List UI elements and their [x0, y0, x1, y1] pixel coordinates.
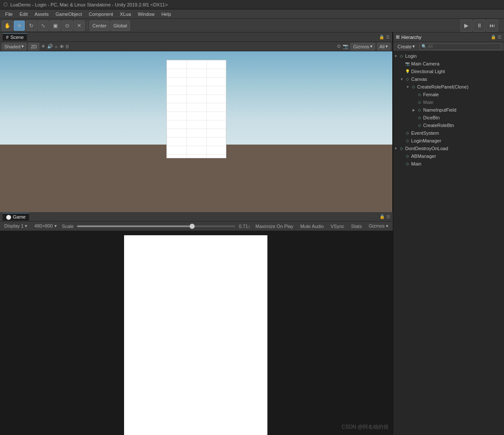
hierarchy-arrow-13	[399, 154, 404, 159]
hierarchy-item-14[interactable]: ◇Main	[393, 160, 504, 168]
hierarchy-item-13[interactable]: ◇ABManager	[393, 152, 504, 160]
menu-item-edit[interactable]: Edit	[16, 11, 31, 18]
game-panel-controls: 🔒 ☰	[379, 214, 390, 219]
hierarchy-item-9[interactable]: ◇CreateRoleBtn	[393, 121, 504, 129]
scene-hidden-icon[interactable]: 👁	[59, 44, 64, 49]
main-layout: # Scene 🔒 ☰ Shaded ▾ 2D ☀ 🔊 ⟐	[0, 33, 504, 435]
play-controls: ▶ ⏸ ⏭	[460, 20, 498, 32]
hierarchy-label-1: Main Camera	[411, 61, 439, 66]
game-tab[interactable]: ⬤ Game	[3, 213, 29, 221]
hierarchy-lock-icon[interactable]: 🔒	[491, 35, 496, 39]
hierarchy-icon-10: ◇	[404, 130, 410, 136]
audio-icon[interactable]: 🔊	[47, 44, 53, 49]
hierarchy-item-8[interactable]: ◇DiceBtn	[393, 114, 504, 121]
gizmos-dropdown[interactable]: Gizmos ▾	[350, 43, 375, 50]
menu-item-help[interactable]: Help	[158, 11, 175, 18]
game-white-panel	[124, 235, 267, 435]
custom-tool-button[interactable]: ✕	[74, 21, 85, 31]
game-gizmos-chevron-icon: ▾	[386, 223, 388, 228]
hierarchy-item-12[interactable]: ▼◇DontDestroyOnLoad	[393, 145, 504, 152]
camera-icon[interactable]: 📷	[343, 44, 349, 49]
hierarchy-icon-2: 💡	[404, 68, 410, 74]
play-button[interactable]: ▶	[460, 20, 472, 32]
scene-tab[interactable]: # Scene	[3, 33, 27, 41]
settings-icon[interactable]: ⚙	[337, 44, 341, 49]
maximize-label[interactable]: Maximize On Play	[254, 223, 295, 229]
hierarchy-item-3[interactable]: ▼◇Canvas	[393, 75, 504, 83]
mute-label[interactable]: Mute Audio	[299, 223, 326, 229]
hierarchy-menu-icon[interactable]: ☰	[498, 35, 501, 39]
hierarchy-arrow-8	[411, 115, 416, 120]
create-chevron-icon: ▾	[412, 44, 415, 49]
scale-tool-button[interactable]: ⤡	[38, 21, 49, 31]
move-tool-button[interactable]: ✛	[14, 21, 25, 31]
hierarchy-label-11: LoginManager	[411, 138, 441, 143]
all-dropdown[interactable]: All ▾	[377, 43, 391, 50]
scene-view[interactable]	[0, 51, 392, 212]
global-toggle[interactable]: Global	[110, 21, 130, 31]
center-toggle[interactable]: Center	[89, 21, 110, 31]
menu-item-window[interactable]: Window	[134, 11, 158, 18]
display-dropdown[interactable]: Display 1 ▾	[3, 223, 29, 229]
resolution-chevron-icon: ▾	[54, 223, 57, 228]
hierarchy-label-2: Directional Light	[411, 69, 445, 74]
display-label: Display 1	[4, 223, 24, 228]
hierarchy-arrow-1	[399, 61, 404, 66]
hierarchy-item-0[interactable]: ▼◇Login	[393, 52, 504, 60]
vsync-label[interactable]: VSync	[329, 223, 346, 229]
menu-item-component[interactable]: Component	[85, 11, 116, 18]
hierarchy-item-1[interactable]: 📷Main Camera	[393, 60, 504, 68]
hierarchy-arrow-10	[399, 130, 404, 136]
hierarchy-label-12: DontDestroyOnLoad	[405, 146, 448, 151]
center-label: Center	[92, 23, 107, 28]
scale-value: 0.71↕	[239, 224, 250, 229]
scene-lock-icon[interactable]: 🔒	[379, 35, 384, 39]
pause-button[interactable]: ⏸	[473, 20, 485, 32]
2d-toggle[interactable]: 2D	[28, 43, 39, 50]
create-button[interactable]: Create ▾	[396, 43, 417, 50]
hierarchy-item-7[interactable]: ▶◇NameInputField	[393, 106, 504, 114]
game-view[interactable]: CSDN @阿名稳的很	[0, 231, 393, 435]
hierarchy-item-11[interactable]: ◇LoginManager	[393, 137, 504, 145]
lighting-icon[interactable]: ☀	[41, 44, 45, 49]
hand-tool-button[interactable]: ✋	[2, 21, 13, 31]
menu-item-gameobject[interactable]: GameObject	[52, 11, 86, 18]
rect-tool-button[interactable]: ▣	[50, 21, 61, 31]
scene-menu-icon[interactable]: ☰	[386, 35, 390, 39]
game-menu-icon[interactable]: ☰	[386, 214, 390, 219]
menu-item-file[interactable]: File	[2, 11, 16, 18]
transform-tool-button[interactable]: ⊙	[62, 21, 73, 31]
scene-hash-icon: #	[6, 35, 9, 40]
stats-label[interactable]: Stats	[350, 223, 364, 229]
hierarchy-label-9: CreateRoleBtn	[423, 123, 454, 128]
hierarchy-arrow-14	[399, 161, 404, 166]
shading-chevron-icon: ▾	[21, 44, 24, 49]
menu-item-xlua[interactable]: XLua	[116, 11, 134, 18]
hierarchy-label-3: Canvas	[411, 77, 427, 82]
game-lock-icon[interactable]: 🔒	[379, 214, 385, 219]
hierarchy-item-4[interactable]: ▼◇CreateRolePanel(Clone)	[393, 83, 504, 91]
hierarchy-search-box[interactable]: 🔍 All	[419, 43, 501, 50]
effects-icon[interactable]: ⟐	[55, 44, 58, 49]
scale-slider[interactable]	[77, 225, 235, 227]
resolution-dropdown[interactable]: 480×800 ▾	[33, 223, 58, 229]
hierarchy-label-5: Female	[423, 92, 439, 97]
menu-item-assets[interactable]: Assets	[31, 11, 52, 18]
step-button[interactable]: ⏭	[486, 20, 498, 32]
hierarchy-tab-bar: ⊞ Hierarchy 🔒 ☰	[393, 33, 504, 42]
display-chevron-icon: ▾	[25, 223, 27, 228]
hierarchy-item-6[interactable]: ◇Male	[393, 98, 504, 106]
shading-mode-dropdown[interactable]: Shaded ▾	[2, 43, 27, 50]
hierarchy-item-5[interactable]: ◇Female	[393, 91, 504, 98]
hierarchy-item-10[interactable]: ◇EventSystem	[393, 129, 504, 137]
all-chevron-icon: ▾	[385, 44, 388, 49]
create-label: Create	[397, 44, 412, 49]
game-gizmos-dropdown[interactable]: Gizmos ▾	[367, 223, 390, 229]
hierarchy-icon-3: ◇	[404, 76, 410, 82]
game-circle-icon: ⬤	[6, 214, 11, 220]
hierarchy-tab[interactable]: ⊞ Hierarchy	[396, 34, 421, 40]
hierarchy-icon-4: ◇	[410, 84, 416, 90]
hierarchy-arrow-11	[399, 138, 404, 143]
rotate-tool-button[interactable]: ↻	[26, 21, 37, 31]
hierarchy-item-2[interactable]: 💡Directional Light	[393, 68, 504, 75]
